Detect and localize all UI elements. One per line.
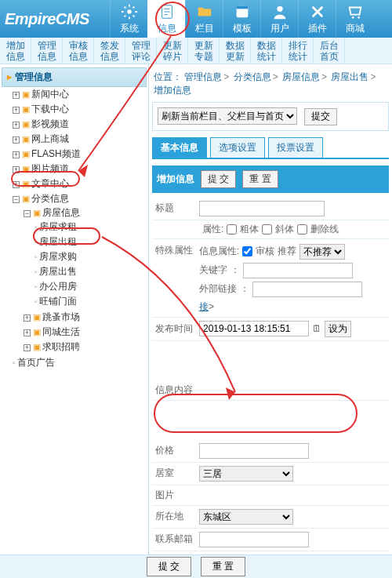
topnav-plugin[interactable]: 插件	[298, 0, 336, 38]
time-set-button[interactable]: 设为	[325, 321, 351, 337]
submit-button-top[interactable]: 提 交	[201, 170, 236, 188]
topnav-system[interactable]: 系统	[110, 0, 147, 38]
submenu-sign-info[interactable]: 签发信息	[94, 38, 125, 64]
topnav-shop[interactable]: 商城	[336, 0, 373, 38]
sidebar: 管理信息 +▣新闻中心 +▣下载中心 +▣影视频道 +▣网上商城 +▣FLASH…	[0, 64, 149, 554]
svg-point-9	[358, 16, 360, 18]
submenu-manage-info[interactable]: 管理信息	[31, 38, 63, 64]
breadcrumb: 位置： 管理信息> 分类信息> 房屋信息> 房屋出售> 增加信息	[152, 67, 389, 102]
tree-leaf[interactable]: ▫旺铺门面	[34, 294, 147, 309]
topnav-label: 系统	[120, 22, 139, 35]
reset-button-bottom[interactable]: 重 置	[201, 557, 245, 576]
tab-options[interactable]: 选项设置	[210, 137, 265, 158]
area-label: 所在地	[152, 510, 199, 523]
section-title: 增加信息	[157, 173, 194, 186]
time-input[interactable]	[199, 321, 309, 336]
email-input[interactable]	[199, 532, 309, 547]
link-connect[interactable]: 接	[199, 301, 209, 312]
link-input[interactable]	[252, 282, 362, 297]
area-select[interactable]: 东城区	[199, 509, 293, 525]
tree-item[interactable]: +▣FLASH频道	[13, 147, 147, 162]
tree-item[interactable]: +▣文章中心	[13, 176, 147, 191]
tree-item[interactable]: +▣新闻中心	[13, 87, 147, 102]
section-header: 增加信息 提 交 重 置	[152, 165, 389, 193]
special-label: 特殊属性	[152, 244, 199, 257]
submenu-fragments[interactable]: 更新碎片	[157, 38, 188, 64]
topnav-column[interactable]: 栏目	[185, 0, 223, 38]
calendar-icon[interactable]: 🗓	[312, 323, 321, 334]
tree-item[interactable]: +▣求职招聘	[24, 340, 147, 354]
topnav-label: 商城	[346, 22, 365, 35]
price-input[interactable]	[199, 443, 309, 459]
reset-button-top[interactable]: 重 置	[242, 170, 278, 188]
keyword-input[interactable]	[243, 263, 353, 278]
breadcrumb-link[interactable]: 管理信息	[184, 71, 222, 82]
price-label: 价格	[152, 444, 199, 457]
user-icon	[271, 3, 289, 20]
topnav-label: 插件	[308, 22, 327, 35]
tab-vote[interactable]: 投票设置	[268, 137, 323, 158]
submenu-data-update[interactable]: 数据更新	[220, 38, 251, 64]
attr-label: 属性:	[202, 223, 223, 236]
svg-point-0	[127, 9, 132, 14]
top-nav: 系统 信息 栏目 模板 用户 插件 商城	[110, 0, 392, 38]
submenu-audit-info[interactable]: 审核信息	[63, 38, 94, 64]
tree-item[interactable]: +▣图片频道	[13, 162, 147, 176]
tabs: 基本信息 选项设置 投票设置	[152, 137, 389, 159]
refresh-select[interactable]: 刷新当前栏目、父栏目与首页	[158, 107, 297, 125]
cart-icon	[347, 3, 364, 20]
tree-item[interactable]: +▣网上商城	[13, 132, 147, 147]
tree-item[interactable]: +▣下载中心	[13, 102, 147, 117]
tree-item-category[interactable]: −▣分类信息 −▣房屋信息 ▫房屋求租 ▫房屋出租 ▫房屋求购 ▫房屋出售 ▫办…	[13, 191, 147, 355]
topnav-template[interactable]: 模板	[223, 0, 260, 38]
submenu: 增加信息 管理信息 审核信息 签发信息 管理评论 更新碎片 更新专题 数据更新 …	[0, 38, 392, 64]
title-input[interactable]	[199, 201, 325, 216]
tree-item[interactable]: ▫首页广告	[13, 355, 147, 370]
tree-leaf[interactable]: ▫办公用房	[34, 279, 147, 294]
content-label: 信息内容	[152, 384, 199, 397]
bold-checkbox[interactable]	[227, 224, 237, 234]
submenu-rank-stats[interactable]: 排行统计	[282, 38, 314, 64]
submenu-comments[interactable]: 管理评论	[125, 38, 157, 64]
tree-leaf[interactable]: ▫房屋求租	[34, 220, 147, 234]
tree-item[interactable]: +▣跳蚤市场	[24, 310, 147, 325]
bottom-bar: 提 交 重 置	[0, 554, 392, 578]
recommend-select[interactable]: 不推荐	[299, 244, 345, 260]
topnav-info[interactable]: 信息	[147, 0, 185, 38]
submit-button-bottom[interactable]: 提 交	[147, 557, 191, 576]
refresh-submit-button[interactable]: 提交	[304, 108, 337, 125]
room-select[interactable]: 三居	[199, 466, 293, 482]
tree-leaf[interactable]: ▫房屋求购	[34, 249, 147, 264]
folder-icon	[196, 3, 213, 20]
phone-input[interactable]	[199, 554, 309, 555]
italic-checkbox[interactable]	[262, 224, 272, 234]
breadcrumb-link[interactable]: 分类信息	[234, 71, 271, 82]
plugin-icon	[309, 3, 326, 20]
email-label: 联系邮箱	[152, 533, 199, 546]
breadcrumb-link[interactable]: 房屋信息	[282, 71, 320, 82]
submenu-topics[interactable]: 更新专题	[188, 38, 220, 64]
submenu-data-stats[interactable]: 数据统计	[251, 38, 282, 64]
sidebar-title: 管理信息	[2, 67, 147, 87]
breadcrumb-link[interactable]: 增加信息	[154, 85, 191, 96]
tree: +▣新闻中心 +▣下载中心 +▣影视频道 +▣网上商城 +▣FLASH频道 +▣…	[2, 87, 147, 370]
audit-checkbox[interactable]	[242, 246, 252, 256]
time-label: 发布时间	[152, 322, 199, 336]
logo: EmpireCMS	[0, 0, 110, 38]
info-attr-label: 信息属性:	[199, 245, 239, 258]
topnav-user[interactable]: 用户	[260, 0, 298, 38]
tree-item[interactable]: +▣同城生活	[24, 325, 147, 340]
breadcrumb-link[interactable]: 房屋出售	[331, 71, 368, 82]
keyword-label: 关键字	[199, 264, 227, 277]
breadcrumb-prefix: 位置：	[154, 71, 182, 82]
tree-leaf-house-sale[interactable]: ▫房屋出售	[34, 264, 147, 279]
tree-leaf[interactable]: ▫房屋出租	[34, 234, 147, 249]
tree-item[interactable]: +▣影视频道	[13, 117, 147, 132]
tab-basic[interactable]: 基本信息	[152, 137, 207, 158]
strike-checkbox[interactable]	[297, 224, 307, 234]
submenu-add-info[interactable]: 增加信息	[0, 38, 31, 64]
room-label: 居室	[152, 467, 199, 480]
svg-point-7	[277, 5, 282, 11]
submenu-backend-home[interactable]: 后台首页	[314, 38, 345, 64]
tree-item-house[interactable]: −▣房屋信息 ▫房屋求租 ▫房屋出租 ▫房屋求购 ▫房屋出售 ▫办公用房 ▫旺铺…	[24, 205, 147, 310]
